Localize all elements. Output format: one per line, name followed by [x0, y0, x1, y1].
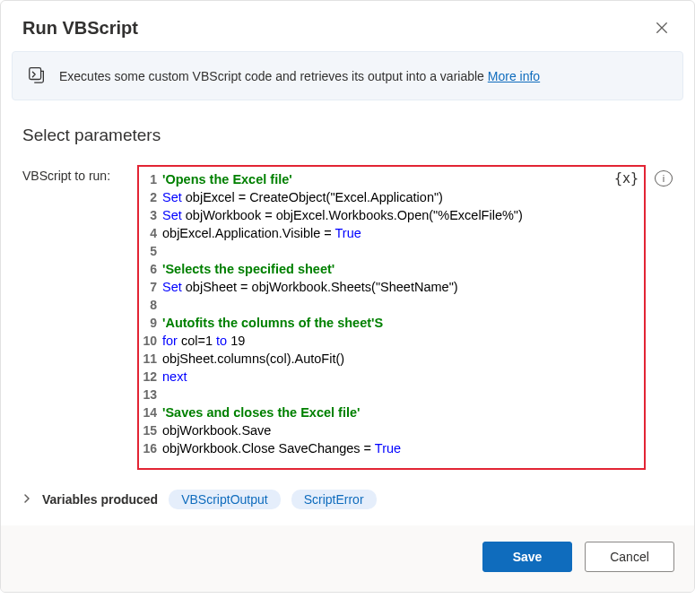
code-line: 6'Selects the specified sheet': [139, 260, 612, 278]
banner-description: Executes some custom VBScript code and r…: [59, 69, 488, 83]
code-line: 11objSheet.columns(col).AutoFit(): [139, 350, 612, 368]
banner-text: Executes some custom VBScript code and r…: [59, 69, 540, 83]
cancel-button[interactable]: Cancel: [585, 542, 674, 572]
parameters-section: Select parameters VBScript to run: 1'Ope…: [1, 113, 694, 525]
line-number: 3: [139, 206, 162, 224]
line-number: 14: [139, 403, 162, 421]
vbscript-param-row: VBScript to run: 1'Opens the Excel file'…: [22, 165, 673, 470]
line-number: 1: [139, 170, 162, 188]
line-number: 10: [139, 332, 162, 350]
code-content: objExcel.Application.Visible = True: [162, 224, 361, 242]
line-number: 13: [139, 386, 162, 403]
section-heading: Select parameters: [22, 126, 673, 145]
script-icon: [27, 65, 47, 87]
line-number: 12: [139, 368, 162, 386]
code-content: 'Selects the specified sheet': [162, 260, 334, 278]
line-number: 5: [139, 242, 162, 260]
code-line: 10for col=1 to 19: [139, 332, 612, 350]
variable-chip-output[interactable]: VBScriptOutput: [169, 490, 281, 509]
vbscript-label: VBScript to run:: [22, 165, 128, 183]
dialog-footer: Save Cancel: [1, 525, 694, 592]
code-line: 14'Saves and closes the Excel file': [139, 403, 612, 421]
line-number: 16: [139, 439, 162, 457]
code-content: 'Autofits the columns of the sheet'S: [162, 314, 383, 332]
line-number: 11: [139, 350, 162, 368]
line-number: 15: [139, 421, 162, 439]
code-content: for col=1 to 19: [162, 332, 245, 350]
code-line: 5: [139, 242, 612, 260]
code-content: objWorkbook.Save: [162, 421, 271, 439]
code-content: 'Saves and closes the Excel file': [162, 403, 360, 421]
code-line: 15objWorkbook.Save: [139, 421, 612, 439]
line-number: 2: [139, 188, 162, 206]
code-content: Set objExcel = CreateObject("Excel.Appli…: [162, 188, 443, 206]
code-content: 'Opens the Excel file': [162, 170, 292, 188]
insert-variable-icon[interactable]: {x}: [614, 170, 639, 187]
code-line: 12next: [139, 368, 612, 386]
info-icon[interactable]: i: [655, 170, 673, 187]
code-line: 7Set objSheet = objWorkbook.Sheets("Shee…: [139, 278, 612, 296]
code-line: 16objWorkbook.Close SaveChanges = True: [139, 439, 612, 457]
code-line: 9'Autofits the columns of the sheet'S: [139, 314, 612, 332]
variables-produced-row: Variables produced VBScriptOutput Script…: [22, 486, 673, 518]
variables-produced-label: Variables produced: [42, 492, 158, 507]
line-number: 6: [139, 260, 162, 278]
code-content: objSheet.columns(col).AutoFit(): [162, 350, 344, 368]
close-icon[interactable]: [651, 17, 673, 39]
code-content: next: [162, 368, 187, 386]
line-number: 7: [139, 278, 162, 296]
code-line: 2Set objExcel = CreateObject("Excel.Appl…: [139, 188, 612, 206]
variable-chip-error[interactable]: ScriptError: [291, 490, 377, 509]
svg-rect-0: [30, 68, 41, 80]
chevron-right-icon[interactable]: [22, 493, 31, 506]
run-vbscript-dialog: Run VBScript Executes some custom VBScri…: [0, 0, 695, 593]
code-editor-wrap: 1'Opens the Excel file'2Set objExcel = C…: [137, 165, 646, 470]
code-line: 13: [139, 386, 612, 403]
save-button[interactable]: Save: [482, 542, 572, 572]
vbscript-editor[interactable]: 1'Opens the Excel file'2Set objExcel = C…: [137, 165, 646, 470]
more-info-link[interactable]: More info: [488, 69, 540, 83]
code-line: 4objExcel.Application.Visible = True: [139, 224, 612, 242]
line-number: 9: [139, 314, 162, 332]
code-line: 1'Opens the Excel file': [139, 170, 612, 188]
dialog-header: Run VBScript: [1, 1, 694, 51]
code-content: Set objSheet = objWorkbook.Sheets("Sheet…: [162, 278, 458, 296]
code-content: Set objWorkbook = objExcel.Workbooks.Ope…: [162, 206, 523, 224]
code-line: 8: [139, 296, 612, 314]
info-banner: Executes some custom VBScript code and r…: [12, 51, 683, 100]
dialog-title: Run VBScript: [22, 18, 138, 39]
line-number: 8: [139, 296, 162, 314]
code-line: 3Set objWorkbook = objExcel.Workbooks.Op…: [139, 206, 612, 224]
line-number: 4: [139, 224, 162, 242]
code-content: objWorkbook.Close SaveChanges = True: [162, 439, 401, 457]
